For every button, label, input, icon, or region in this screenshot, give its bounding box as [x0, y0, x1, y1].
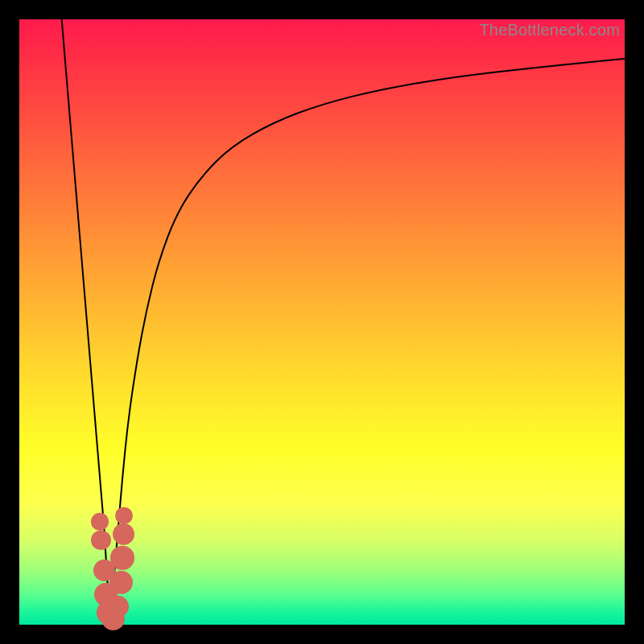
chart-frame: TheBottleneck.com	[0, 0, 644, 644]
curve-path	[62, 19, 625, 625]
bottleneck-curve	[19, 19, 625, 625]
plot-area: TheBottleneck.com	[19, 19, 625, 625]
